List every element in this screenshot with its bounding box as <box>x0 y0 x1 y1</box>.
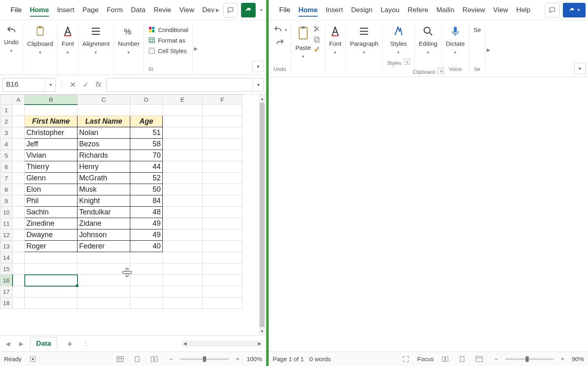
conditional-formatting-button[interactable]: Conditional <box>148 25 188 34</box>
cell-D4[interactable]: 58 <box>130 139 163 150</box>
cell-D16[interactable] <box>130 275 163 286</box>
cell-E17[interactable] <box>163 286 202 298</box>
w-styles-button[interactable]: Styles ▾ <box>390 25 407 55</box>
row-2-header[interactable]: 2 <box>0 116 13 127</box>
cell-E14[interactable] <box>163 252 202 263</box>
w-zoom-level[interactable]: 90% <box>572 355 584 362</box>
row-5-header[interactable]: 5 <box>0 150 13 161</box>
w-zoom-in-button[interactable]: ＋ <box>557 354 569 364</box>
cell-E1[interactable] <box>163 105 202 116</box>
cell-D17[interactable] <box>130 286 163 298</box>
view-pagelayout-button[interactable] <box>131 354 143 364</box>
zoom-level[interactable]: 100% <box>247 355 262 362</box>
w-word-count[interactable]: 0 words <box>310 355 331 362</box>
cell-C17[interactable] <box>78 286 130 298</box>
cell-D7[interactable]: 52 <box>130 173 163 184</box>
tab-formulas[interactable]: Form <box>103 4 127 17</box>
cell-A12[interactable] <box>13 229 25 241</box>
cell-D8[interactable]: 50 <box>130 184 163 195</box>
w-comments-button[interactable] <box>545 3 560 17</box>
cell-F16[interactable] <box>202 275 242 286</box>
w-tab-references[interactable]: Refere <box>403 4 432 17</box>
w-collapse-ribbon-button[interactable]: ▾ <box>574 63 586 74</box>
cell-F4[interactable] <box>202 139 242 150</box>
cell-B6[interactable]: Thierry <box>25 161 78 173</box>
w-page-indicator[interactable]: Page 1 of 1 <box>273 355 304 362</box>
cell-B15[interactable] <box>25 263 78 275</box>
share-dropdown[interactable]: ▾ <box>259 7 264 13</box>
zoom-in-button[interactable]: ＋ <box>232 354 243 364</box>
name-box[interactable]: ▾ <box>2 78 56 92</box>
cell-B16[interactable] <box>25 275 78 286</box>
cell-C14[interactable] <box>78 252 130 263</box>
name-box-input[interactable] <box>3 78 45 91</box>
cell-A1[interactable] <box>13 105 25 116</box>
cell-E16[interactable] <box>163 275 202 286</box>
cell-A6[interactable] <box>13 161 25 173</box>
row-6-header[interactable]: 6 <box>0 161 13 173</box>
row-18-header[interactable]: 18 <box>0 298 13 309</box>
w-dictate-button[interactable]: Dictate ▾ <box>446 25 465 55</box>
w-zoom-slider[interactable] <box>505 358 554 360</box>
cell-C3[interactable]: Nolan <box>78 127 130 139</box>
tabs-scroll-right[interactable]: ▶ <box>215 7 221 13</box>
tab-file[interactable]: File <box>6 4 26 17</box>
clipboard-button[interactable]: Clipboard ▾ <box>27 25 53 55</box>
row-10-header[interactable]: 10 <box>0 207 13 218</box>
row-15-header[interactable]: 15 <box>0 263 13 275</box>
cell-A14[interactable] <box>13 252 25 263</box>
row-4-header[interactable]: 4 <box>0 139 13 150</box>
sheet-tab-data[interactable]: Data <box>30 337 57 350</box>
number-caret[interactable]: ▾ <box>127 50 130 55</box>
format-as-table-button[interactable]: Format as <box>148 36 185 45</box>
cell-B11[interactable]: Zinedine <box>25 218 78 229</box>
w-view-print-button[interactable] <box>457 354 468 364</box>
share-button[interactable] <box>241 3 256 17</box>
row-12-header[interactable]: 12 <box>0 229 13 241</box>
row-9-header[interactable]: 9 <box>0 195 13 207</box>
cell-A4[interactable] <box>13 139 25 150</box>
font-button[interactable]: Font ▾ <box>62 25 74 55</box>
col-B-header[interactable]: B <box>25 95 78 105</box>
w-editing-button[interactable]: Editing ▾ <box>419 25 437 55</box>
cell-E3[interactable] <box>163 127 202 139</box>
cell-E15[interactable] <box>163 263 202 275</box>
format-painter-button[interactable] <box>313 46 321 54</box>
cell-C18[interactable] <box>78 298 130 309</box>
cell-C5[interactable]: Richards <box>78 150 130 161</box>
sheet-nav-prev[interactable]: ◀ <box>3 340 13 347</box>
cell-C2[interactable]: Last Name <box>78 116 130 127</box>
cell-D6[interactable]: 44 <box>130 161 163 173</box>
cell-B7[interactable]: Glenn <box>25 173 78 184</box>
word-document-area[interactable] <box>269 77 588 351</box>
cell-E2[interactable] <box>163 116 202 127</box>
cell-F3[interactable] <box>202 127 242 139</box>
w-focus-button[interactable]: Focus <box>417 355 434 362</box>
w-font-caret[interactable]: ▾ <box>334 50 336 55</box>
cell-A7[interactable] <box>13 173 25 184</box>
cell-D3[interactable]: 51 <box>130 127 163 139</box>
w-paragraph-button[interactable]: Paragraph ▾ <box>350 25 378 55</box>
scroll-up-icon[interactable]: ▲ <box>259 95 265 102</box>
cell-D18[interactable] <box>130 298 163 309</box>
cell-B12[interactable]: Dwayne <box>25 229 78 241</box>
styles-dialog-launcher[interactable]: ↘ <box>404 58 410 65</box>
w-tab-review[interactable]: Review <box>459 4 489 17</box>
cell-F2[interactable] <box>202 116 242 127</box>
cell-D14[interactable] <box>130 252 163 263</box>
cell-F10[interactable] <box>202 207 242 218</box>
w-tab-view[interactable]: View <box>489 4 513 17</box>
cell-E7[interactable] <box>163 173 202 184</box>
cell-C9[interactable]: Knight <box>78 195 130 207</box>
tab-review[interactable]: Revie <box>149 4 175 17</box>
add-sheet-button[interactable]: ＋ <box>61 338 78 350</box>
cell-D5[interactable]: 70 <box>130 150 163 161</box>
cancel-button[interactable]: ✕ <box>67 79 78 90</box>
formula-input[interactable] <box>107 78 253 91</box>
w-tab-insert[interactable]: Insert <box>322 4 347 17</box>
cell-F12[interactable] <box>202 229 242 241</box>
cell-E18[interactable] <box>163 298 202 309</box>
cell-B17[interactable] <box>25 286 78 298</box>
cell-F1[interactable] <box>202 105 242 116</box>
cell-C16[interactable] <box>78 275 130 286</box>
